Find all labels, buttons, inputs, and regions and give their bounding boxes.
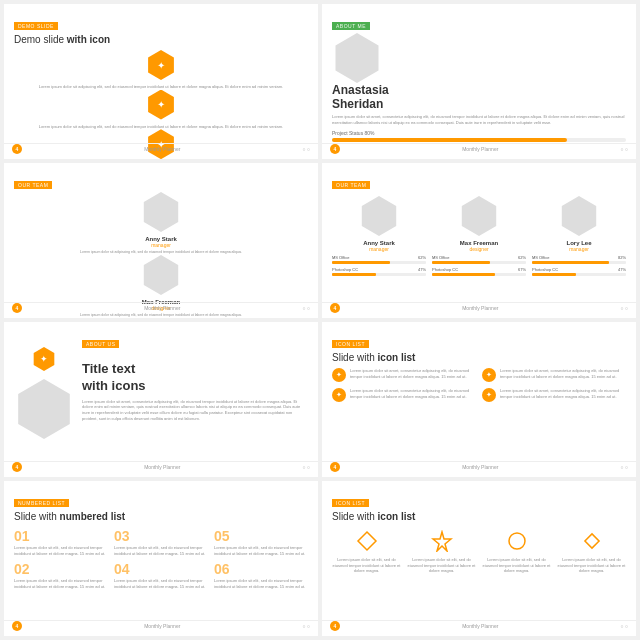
footer-dot-8: 4	[330, 621, 340, 631]
footer-label-3: Monthly Planner	[144, 305, 180, 311]
icon-circle-2: ✦	[482, 368, 496, 382]
team-skill-hex-3	[559, 196, 599, 236]
icon-row-text-3: Lorem ipsum dolor sit elit, sed do eiusm…	[482, 557, 551, 574]
team-hex-2	[141, 255, 181, 295]
icon-row-item-4: Lorem ipsum dolor sit elit, sed do eiusm…	[557, 529, 626, 574]
lorem-1: Lorem ipsum dolor sit adipiscing elit, s…	[39, 84, 283, 90]
num-text-4: Lorem ipsum dolor sit elit, sed do eiusm…	[114, 578, 208, 589]
team-skill-member-2: Max Freeman designer MS Office62% Photos…	[432, 196, 526, 276]
footer-label-7: Monthly Planner	[144, 623, 180, 629]
footer-label-2: Monthly Planner	[462, 146, 498, 152]
icon-list-item-3: ✦ Lorem ipsum dolor sit amet, consectetu…	[332, 388, 476, 402]
slide5-title: Title text with icons	[82, 361, 308, 395]
footer-label-6: Monthly Planner	[462, 464, 498, 470]
profile-lorem: Lorem ipsum dolor sit amet, consectetur …	[332, 114, 626, 126]
skill-label-2b: Photoshop CC67%	[432, 267, 526, 272]
slide6-footer: 4 Monthly Planner ○ ○	[322, 461, 636, 472]
team-skill-member-3: Lory Lee manager MS Office82% Photoshop …	[532, 196, 626, 276]
team-skill-hex-1	[359, 196, 399, 236]
icon-list-item-2: ✦ Lorem ipsum dolor sit amet, consectetu…	[482, 368, 626, 382]
slide7-title: Slide with numbered list	[14, 510, 308, 523]
num-text-1: Lorem ipsum dolor sit elit, sed do eiusm…	[14, 545, 108, 556]
slide1-title: Demo slide with icon	[14, 33, 308, 46]
slide-icon-list: icon list Slide with icon list ✦ Lorem i…	[322, 322, 636, 477]
footer-label-4: Monthly Planner	[462, 305, 498, 311]
slide5-lorem: Lorem ipsum dolor sit amet, consectetur …	[82, 399, 308, 421]
footer-page-6: ○ ○	[621, 464, 628, 470]
team-hex-1	[141, 192, 181, 232]
icon-list-text-4: Lorem ipsum dolor sit amet, consectetur …	[500, 388, 626, 399]
num-label-1: 01	[14, 529, 108, 543]
slide5-hex-sm: ✦	[32, 347, 56, 371]
footer-page-4: ○ ○	[621, 305, 628, 311]
footer-page-1: ○ ○	[303, 146, 310, 152]
team-skill-role-3: manager	[532, 246, 626, 252]
skill-bar-1b	[332, 273, 426, 276]
num-item-2: 02 Lorem ipsum dolor sit elit, sed do ei…	[14, 562, 108, 589]
svg-marker-1	[433, 532, 451, 551]
slide5-right: about us Title text with icons Lorem ips…	[82, 332, 308, 467]
profile-hex	[332, 33, 382, 83]
slide5-left: ✦	[14, 332, 74, 467]
slide-numbered-list: numbered list Slide with numbered list 0…	[4, 481, 318, 636]
footer-label-1: Monthly Planner	[144, 146, 180, 152]
icon-row-text-1: Lorem ipsum dolor sit elit, sed do eiusm…	[332, 557, 401, 574]
num-text-2: Lorem ipsum dolor sit elit, sed do eiusm…	[14, 578, 108, 589]
footer-page-5: ○ ○	[303, 464, 310, 470]
slide6-tag: icon list	[332, 340, 369, 348]
team-skill-role-2: designer	[432, 246, 526, 252]
slide2-footer: 4 Monthly Planner ○ ○	[322, 143, 636, 154]
icon-row-item-2: Lorem ipsum dolor sit elit, sed do eiusm…	[407, 529, 476, 574]
icon-row-text-4: Lorem ipsum dolor sit elit, sed do eiusm…	[557, 557, 626, 574]
skill-label-3a: MS Office82%	[532, 255, 626, 260]
icon-circle-1: ✦	[332, 368, 346, 382]
progress-bar-wrap	[332, 138, 626, 142]
icon-list-text-1: Lorem ipsum dolor sit amet, consectetur …	[350, 368, 476, 379]
team-skill-member-1: Anny Stark manager MS Office62% Photosho…	[332, 196, 426, 276]
num-item-4: 04 Lorem ipsum dolor sit elit, sed do ei…	[114, 562, 208, 589]
skill-bar-2b	[432, 273, 526, 276]
lorem-2: Lorem ipsum dolor sit adipiscing elit, s…	[39, 124, 283, 130]
icon-circle-3: ✦	[332, 388, 346, 402]
team-role-1: manager	[14, 242, 308, 248]
icon-list-item-4: ✦ Lorem ipsum dolor sit amet, consectetu…	[482, 388, 626, 402]
svg-point-2	[509, 533, 525, 549]
footer-page-8: ○ ○	[621, 623, 628, 629]
num-text-6: Lorem ipsum dolor sit elit, sed do eiusm…	[214, 578, 308, 589]
icon-list-item-1: ✦ Lorem ipsum dolor sit amet, consectetu…	[332, 368, 476, 382]
slide1-tag: demo slide	[14, 22, 58, 30]
icon-col-2: ✦ Lorem ipsum dolor sit adipiscing elit,…	[14, 90, 308, 130]
slide4-footer: 4 Monthly Planner ○ ○	[322, 302, 636, 313]
slide3-footer: 4 Monthly Planner ○ ○	[4, 302, 318, 313]
num-label-5: 05	[214, 529, 308, 543]
slide3-tag: our team	[14, 181, 52, 189]
progress-label: Project Status 80%	[332, 130, 626, 136]
slide6-title: Slide with icon list	[332, 351, 626, 364]
footer-dot-6: 4	[330, 462, 340, 472]
num-item-1: 01 Lorem ipsum dolor sit elit, sed do ei…	[14, 529, 108, 556]
footer-dot-3: 4	[12, 303, 22, 313]
skill-bar-3b	[532, 273, 626, 276]
profile-info: Anastasia Sheridan	[332, 83, 626, 111]
footer-dot-4: 4	[330, 303, 340, 313]
slide-demo-icon: demo slide Demo slide with icon ✦ Lorem …	[4, 4, 318, 159]
diamond-icon-2	[580, 529, 604, 553]
profile-header: Anastasia Sheridan	[332, 33, 626, 111]
footer-dot-7: 4	[12, 621, 22, 631]
skill-bar-3a	[532, 261, 626, 264]
num-label-4: 04	[114, 562, 208, 576]
slide8-title: Slide with icon list	[332, 510, 626, 523]
footer-page-3: ○ ○	[303, 305, 310, 311]
skill-label-1b: Photoshop CC47%	[332, 267, 426, 272]
svg-rect-3	[584, 534, 598, 548]
diamond-icon-1	[355, 529, 379, 553]
hex-icon-1: ✦	[146, 50, 176, 80]
skill-label-3b: Photoshop CC47%	[532, 267, 626, 272]
icon-col-1: ✦ Lorem ipsum dolor sit adipiscing elit,…	[14, 50, 308, 90]
icon-row-list: Lorem ipsum dolor sit elit, sed do eiusm…	[332, 529, 626, 574]
slide4-tag: our team	[332, 181, 370, 189]
slide1-footer: 4 Monthly Planner ○ ○	[4, 143, 318, 154]
skill-bar-1a	[332, 261, 426, 264]
footer-dot-1: 4	[12, 144, 22, 154]
icon-list-text-2: Lorem ipsum dolor sit amet, consectetur …	[500, 368, 626, 379]
